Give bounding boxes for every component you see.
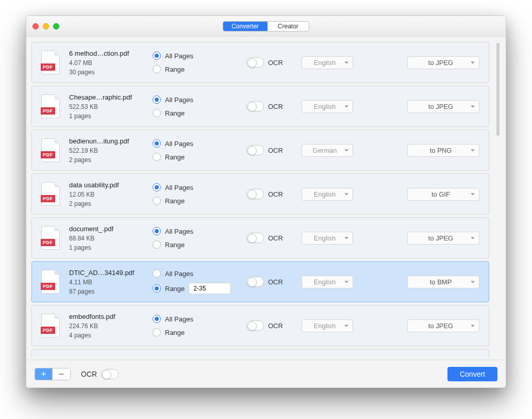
file-size: 12.05 KB <box>69 191 146 198</box>
zoom-window-button[interactable] <box>53 23 59 29</box>
all-pages-radio[interactable] <box>153 95 161 104</box>
ocr-block: OCR <box>246 57 288 68</box>
chevron-down-icon <box>344 62 348 64</box>
range-radio[interactable] <box>153 65 161 73</box>
close-window-button[interactable] <box>32 23 39 29</box>
tab-creator[interactable]: Creator <box>268 22 309 31</box>
range-radio[interactable] <box>153 284 161 293</box>
range-label: Range <box>165 66 185 73</box>
all-pages-radio[interactable] <box>153 269 161 278</box>
range-label: Range <box>165 153 185 161</box>
ocr-label: OCR <box>268 278 283 286</box>
all-pages-radio[interactable] <box>153 227 161 235</box>
range-radio[interactable] <box>153 328 161 336</box>
minimize-window-button[interactable] <box>43 23 49 29</box>
range-radio[interactable] <box>153 109 161 117</box>
file-row[interactable] <box>31 349 489 358</box>
language-block: German <box>294 144 361 157</box>
file-row[interactable]: PDFembedfonts.pdf224.76 KB4 pagesAll Pag… <box>31 305 489 346</box>
format-dropdown[interactable]: to PNG <box>407 144 479 157</box>
ocr-toggle[interactable] <box>246 101 264 111</box>
scroll-thumb[interactable] <box>496 43 500 136</box>
remove-file-button[interactable]: − <box>53 368 70 380</box>
chevron-down-icon <box>344 325 348 327</box>
language-dropdown[interactable]: English <box>302 232 353 245</box>
pdf-file-icon: PDF <box>41 51 60 74</box>
file-meta: document_.pdf68.84 KB1 pages <box>69 225 146 251</box>
file-meta: 6 method…ction.pdf4.07 MB30 pages <box>69 50 146 76</box>
global-ocr-toggle[interactable] <box>101 369 119 379</box>
language-dropdown[interactable]: German <box>302 144 353 157</box>
tab-converter[interactable]: Converter <box>223 22 268 31</box>
add-file-button[interactable]: + <box>35 368 53 380</box>
all-pages-label: All Pages <box>165 184 193 191</box>
file-meta: bedienun…itung.pdf522.19 KB2 pages <box>69 137 146 164</box>
language-dropdown[interactable]: English <box>302 188 353 201</box>
page-selection: All PagesRange <box>153 315 240 336</box>
convert-button[interactable]: Convert <box>447 367 497 381</box>
file-pages: 4 pages <box>69 332 146 339</box>
all-pages-label: All Pages <box>165 96 193 104</box>
pdf-badge: PDF <box>41 63 55 71</box>
range-label: Range <box>165 197 185 205</box>
file-meta: DTIC_AD…34149.pdf4.11 MB87 pages <box>69 269 146 295</box>
range-radio[interactable] <box>153 197 161 205</box>
format-dropdown[interactable]: to JPEG <box>407 100 479 113</box>
language-dropdown[interactable]: English <box>302 100 353 113</box>
ocr-label: OCR <box>268 190 283 198</box>
ocr-toggle[interactable] <box>246 233 264 243</box>
format-dropdown[interactable]: to GIF <box>407 188 479 201</box>
all-pages-label: All Pages <box>165 52 193 60</box>
language-dropdown[interactable]: English <box>302 56 353 69</box>
format-block: to JPEG <box>397 56 479 69</box>
range-input[interactable] <box>189 283 231 294</box>
file-pages: 2 pages <box>69 156 146 164</box>
ocr-toggle[interactable] <box>246 320 264 331</box>
chevron-down-icon <box>344 281 348 283</box>
footer-bar: + − OCR Convert <box>26 360 506 388</box>
page-selection: All PagesRange <box>153 139 240 161</box>
all-pages-radio[interactable] <box>153 52 161 60</box>
ocr-toggle[interactable] <box>246 145 264 155</box>
ocr-toggle[interactable] <box>246 277 264 287</box>
file-pages: 1 pages <box>69 244 146 251</box>
file-row[interactable]: PDFDTIC_AD…34149.pdf4.11 MB87 pagesAll P… <box>31 261 489 302</box>
format-block: to PNG <box>397 144 479 157</box>
scrollbar[interactable] <box>495 42 501 360</box>
language-block: English <box>294 100 361 113</box>
file-pages: 87 pages <box>69 288 146 295</box>
file-row[interactable]: PDFChesape…raphic.pdf522.53 KB1 pagesAll… <box>31 86 489 127</box>
file-row[interactable]: PDFbedienun…itung.pdf522.19 KB2 pagesAll… <box>31 130 489 171</box>
format-dropdown[interactable]: to JPEG <box>407 319 479 332</box>
ocr-toggle[interactable] <box>246 57 264 68</box>
file-name: 6 method…ction.pdf <box>69 50 146 57</box>
language-block: English <box>294 188 361 201</box>
language-block: English <box>294 319 361 332</box>
language-dropdown[interactable]: English <box>302 319 353 332</box>
format-dropdown[interactable]: to BMP <box>407 276 479 288</box>
format-dropdown[interactable]: to JPEG <box>407 232 479 245</box>
ocr-toggle[interactable] <box>246 189 264 199</box>
chevron-down-icon <box>344 106 348 108</box>
all-pages-radio[interactable] <box>153 183 161 191</box>
ocr-block: OCR <box>246 277 288 287</box>
range-radio[interactable] <box>153 240 161 249</box>
add-remove-control: + − <box>35 368 71 380</box>
range-radio[interactable] <box>153 153 161 161</box>
file-row[interactable]: PDF6 method…ction.pdf4.07 MB30 pagesAll … <box>31 42 489 83</box>
file-pages: 2 pages <box>69 200 146 207</box>
window-controls <box>32 23 59 29</box>
all-pages-label: All Pages <box>165 315 193 323</box>
range-label: Range <box>165 329 185 336</box>
file-row[interactable]: PDFdata usability.pdf12.05 KB2 pagesAll … <box>31 173 489 215</box>
page-selection: All PagesRange <box>153 183 240 205</box>
all-pages-radio[interactable] <box>153 139 161 148</box>
all-pages-radio[interactable] <box>153 315 161 323</box>
file-row[interactable]: PDFdocument_.pdf68.84 KB1 pagesAll Pages… <box>31 217 489 259</box>
file-name: embedfonts.pdf <box>69 313 146 320</box>
format-dropdown[interactable]: to JPEG <box>407 56 479 69</box>
language-block: English <box>294 56 361 69</box>
chevron-down-icon <box>471 281 475 283</box>
language-dropdown[interactable]: English <box>302 276 353 288</box>
ocr-label: OCR <box>268 103 283 110</box>
